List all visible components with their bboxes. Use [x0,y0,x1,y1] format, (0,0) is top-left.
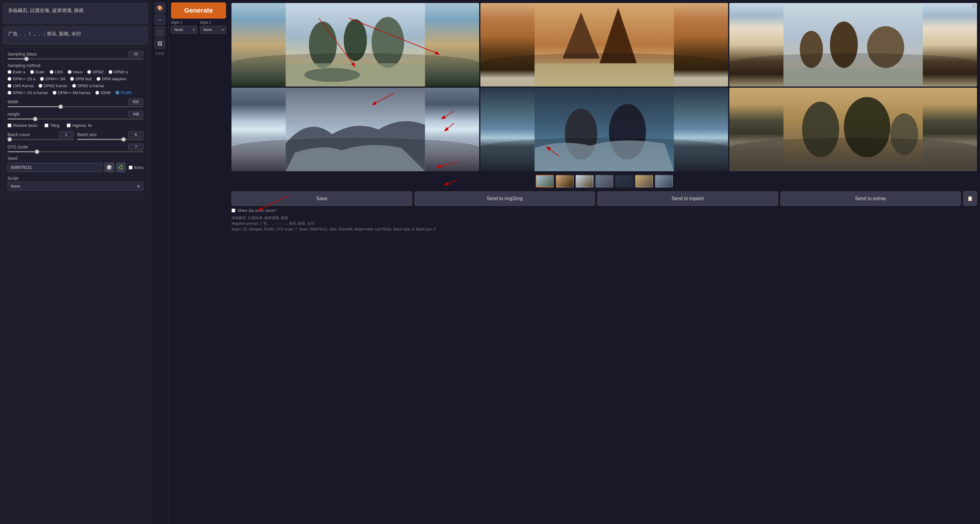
image-cell-5[interactable] [480,88,728,171]
seed-recycle-btn[interactable]: ♻️ [116,162,126,172]
sampling-method-section: Sampling method Euler a Euler LMS Heun D… [8,63,143,95]
style1-select[interactable]: None [171,26,197,33]
style-row: Style 1 None ▼ Style 2 None [171,21,226,33]
svg-point-5 [304,68,360,82]
highres-fix-checkbox[interactable]: Highres. fix [67,123,92,128]
method-plms[interactable]: PLMS [115,91,131,95]
restore-faces-checkbox[interactable]: Restore faces [8,123,37,128]
thumbnail-1[interactable] [536,175,554,187]
method-dpm-adaptive[interactable]: DPM adaptive [97,76,127,81]
height-label: Height [8,112,19,117]
svg-point-18 [609,104,646,160]
width-row: Width 832 [8,98,143,107]
cfg-scale-value[interactable]: 7 [128,144,143,150]
svg-point-3 [372,17,404,68]
send-inpaint-button[interactable]: Send to inpaint [597,191,778,206]
svg-point-17 [565,109,597,160]
generate-bar: Generate Style 1 None ▼ Style 2 [169,0,229,524]
positive-prompt[interactable]: 东临碣石, 以观沧海, 波涛汹涌, 插画 [3,3,148,24]
sampling-steps-slider[interactable] [8,58,143,59]
layers-icon[interactable]: ⬚ [154,27,165,37]
generation-info: 东临碣石, 以观沧海, 波涛汹涌, 插画 Negative prompt: 广告… [231,215,977,233]
image-icon[interactable]: 🖼 [154,38,165,49]
thumbnail-7[interactable] [655,175,673,187]
svg-point-22 [891,113,918,155]
tiling-checkbox[interactable]: Tiling [45,123,59,128]
thumbnail-3[interactable] [575,175,593,187]
svg-point-12 [830,22,858,68]
method-dpm2m[interactable]: DPM++ 2M [40,76,65,81]
image-panel: ✕ [229,0,980,524]
method-euler[interactable]: Euler [30,70,45,74]
svg-rect-6 [535,3,674,87]
zip-row: Make Zip when Save? [231,208,977,213]
sampling-steps-row: Sampling Steps 20 [8,51,143,59]
thumbnail-4[interactable] [595,175,613,187]
height-slider[interactable] [8,118,143,119]
image-cell-2[interactable] [480,3,728,87]
thumbnail-2[interactable] [555,175,574,187]
method-lms[interactable]: LMS [49,70,63,74]
close-button[interactable]: ✕ [971,2,977,10]
method-lms-karras[interactable]: LMS Karras [8,84,34,88]
svg-point-11 [800,31,823,68]
svg-rect-16 [535,88,674,171]
save-button[interactable]: Save [231,191,412,206]
batch-size-slider[interactable] [77,139,143,140]
script-select[interactable]: None [8,182,143,191]
send-extras-button[interactable]: Send to extras [780,191,961,206]
svg-point-13 [867,26,904,68]
style2-label: Style 2 [200,21,226,25]
width-value[interactable]: 832 [128,98,143,105]
image-cell-3[interactable] [729,3,977,87]
copy-button[interactable]: 📋 [963,191,977,206]
method-dpm2m-karras[interactable]: DPM++ 2M Karras [52,91,91,95]
script-section: Script None ▼ [8,176,143,191]
extra-checkbox[interactable]: Extra [129,165,143,170]
palette-icon[interactable]: 🎨 [154,2,165,13]
generate-button[interactable]: Generate [171,2,226,19]
seed-section: Seed 939979121 🎲 ♻️ Extra [8,156,143,172]
method-dpm2-karras[interactable]: DPM2 Karras [38,84,67,88]
sampling-steps-label: Sampling Steps [8,52,37,57]
method-dpm2a-karras[interactable]: DPM2 a Karras [72,84,104,88]
style2-select[interactable]: None [200,26,226,33]
seed-label: Seed [8,156,143,161]
method-dpm2sa-karras[interactable]: DPM++ 2S a Karras [8,91,48,95]
method-euler-a[interactable]: Euler a [8,70,25,74]
batch-count-value[interactable]: 1 [59,131,74,138]
zip-label: Make Zip when Save? [238,208,277,213]
cfg-scale-row: CFG Scale 7 [8,144,143,152]
svg-rect-14 [783,68,923,87]
negative-prompt[interactable]: 广告，，！，，；资讯, 新闻, 水印 [3,27,148,44]
batch-size-label: Batch size [77,132,97,137]
method-dpm2[interactable]: DPM2 [87,70,103,74]
height-row: Height 448 [8,111,143,119]
image-cell-4[interactable] [231,88,479,171]
seed-random-btn[interactable]: 🎲 [105,162,114,172]
batch-row: Batch count 1 Batch size 6 [8,131,143,140]
method-dpm2sa[interactable]: DPM++ 2S a [8,76,35,81]
zip-checkbox[interactable] [231,208,235,213]
svg-point-1 [309,22,337,68]
height-value[interactable]: 448 [128,111,143,117]
method-heun[interactable]: Heun [68,70,83,74]
image-cell-6[interactable] [729,88,977,171]
style1-label: Style 1 [171,21,197,25]
method-ddim[interactable]: DDIM [95,91,111,95]
method-dpm-fast[interactable]: DPM fast [70,76,91,81]
method-dpm2a[interactable]: DPM2 a [108,70,128,74]
batch-count-slider[interactable] [8,139,74,140]
image-grid [231,3,977,171]
counter-badge: 17/75 [155,52,164,56]
send-img2img-button[interactable]: Send to img2img [415,191,595,206]
image-cell-1[interactable] [231,3,479,87]
seed-input[interactable]: 939979121 [8,163,103,172]
batch-size-value[interactable]: 6 [128,131,143,138]
thumbnail-6[interactable] [635,175,653,187]
resize-icon[interactable]: ↔ [154,14,165,25]
cfg-scale-slider[interactable] [8,151,143,152]
thumbnail-5[interactable] [615,175,633,187]
sampling-steps-value[interactable]: 20 [128,51,143,57]
width-slider[interactable] [8,106,143,107]
